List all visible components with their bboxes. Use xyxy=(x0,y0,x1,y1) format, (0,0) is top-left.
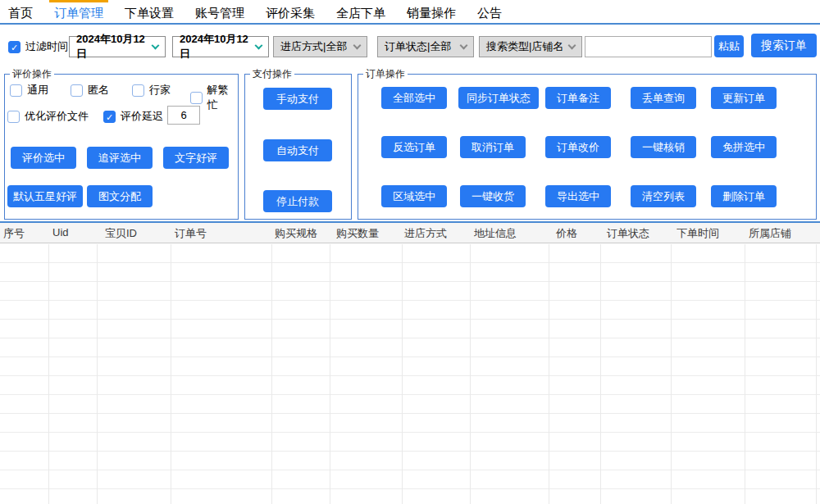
tab-review-collection[interactable]: 评价采集 xyxy=(261,0,320,23)
table-row[interactable] xyxy=(0,282,820,301)
followup-selected-button[interactable]: 追评选中 xyxy=(87,147,153,169)
search-type-value: 搜索类型|店铺名 xyxy=(486,39,563,54)
tab-announcement[interactable]: 公告 xyxy=(472,0,507,23)
one-key-verify-button[interactable]: 一键核销 xyxy=(631,136,696,158)
table-row[interactable] xyxy=(0,301,820,320)
text-review-button[interactable]: 文字好评 xyxy=(163,147,229,169)
date-to-picker[interactable]: 2024年10月12日 xyxy=(172,36,269,57)
image-text-assign-button[interactable]: 图文分配 xyxy=(87,185,153,207)
payment-operations-group: 支付操作 手动支付 自动支付 停止付款 xyxy=(244,74,352,220)
tab-whole-store-order[interactable]: 全店下单 xyxy=(331,0,390,23)
table-row[interactable] xyxy=(0,470,820,489)
table-row[interactable] xyxy=(0,244,820,263)
column-header[interactable]: 购买数量 xyxy=(336,226,379,241)
one-key-receive-button[interactable]: 一键收货 xyxy=(460,185,526,207)
table-row[interactable] xyxy=(0,263,820,282)
date-to-value: 2024年10月12日 xyxy=(180,32,256,61)
column-divider xyxy=(48,244,49,504)
invert-selection-button[interactable]: 反选订单 xyxy=(381,136,447,158)
column-header[interactable]: 价格 xyxy=(556,226,577,241)
search-input[interactable] xyxy=(585,36,712,57)
tab-order-management[interactable]: 订单管理 xyxy=(49,0,108,23)
tab-bar: 首页 订单管理 下单设置 账号管理 评价采集 全店下单 销量操作 公告 xyxy=(0,0,820,25)
order-status-dropdown[interactable]: 订单状态|全部 xyxy=(377,36,474,57)
default-five-star-button[interactable]: 默认五星好评 xyxy=(7,185,83,207)
checkbox-unchecked-icon xyxy=(132,84,144,97)
tab-account-management[interactable]: 账号管理 xyxy=(190,0,249,23)
table-row[interactable] xyxy=(0,395,820,414)
export-selected-button[interactable]: 导出选中 xyxy=(545,185,611,207)
table-row[interactable] xyxy=(0,320,820,338)
checkbox-unchecked-icon xyxy=(71,84,83,97)
column-header[interactable]: 订单号 xyxy=(175,226,207,241)
tab-sales-operation[interactable]: 销量操作 xyxy=(402,0,461,23)
column-header[interactable]: 宝贝ID xyxy=(105,226,137,241)
date-from-picker[interactable]: 2024年10月12日 xyxy=(69,36,166,57)
clear-list-button[interactable]: 清空列表 xyxy=(631,185,696,207)
table-row[interactable] xyxy=(0,489,820,504)
payment-operations-title: 支付操作 xyxy=(250,67,294,81)
order-operations-group: 订单操作 全部选中 同步订单状态 订单备注 丢单查询 更新订单 反选订单 取消订… xyxy=(358,74,817,220)
column-divider xyxy=(745,244,745,504)
checkbox-anonymous[interactable]: 匿名 xyxy=(71,83,109,98)
checkbox-generic[interactable]: 通用 xyxy=(10,83,48,98)
column-divider xyxy=(402,244,403,504)
change-price-button[interactable]: 订单改价 xyxy=(545,136,611,158)
tab-home[interactable]: 首页 xyxy=(3,0,38,23)
filter-time-checkbox[interactable]: ✓ 过滤时间 xyxy=(8,39,68,54)
search-order-button[interactable]: 搜索订单 xyxy=(751,34,817,57)
table-row[interactable] xyxy=(0,433,820,452)
checkbox-unchecked-icon xyxy=(10,84,22,97)
checkbox-review-delay-label: 评价延迟 xyxy=(121,109,163,124)
filter-time-label: 过滤时间 xyxy=(25,39,68,54)
table-row[interactable] xyxy=(0,452,820,470)
checkbox-anonymous-label: 匿名 xyxy=(88,83,109,98)
column-header[interactable]: 下单时间 xyxy=(676,226,719,241)
table-row[interactable] xyxy=(0,357,820,376)
review-selected-button[interactable]: 评价选中 xyxy=(11,147,76,169)
column-divider xyxy=(816,244,817,504)
sync-order-status-button[interactable]: 同步订单状态 xyxy=(458,87,539,109)
review-delay-input[interactable] xyxy=(167,106,200,125)
column-header[interactable]: 进店方式 xyxy=(404,226,447,241)
order-operations-title: 订单操作 xyxy=(363,67,408,81)
order-remark-button[interactable]: 订单备注 xyxy=(545,87,611,109)
delete-order-button[interactable]: 删除订单 xyxy=(711,185,777,207)
update-order-button[interactable]: 更新订单 xyxy=(711,87,777,109)
tab-order-settings[interactable]: 下单设置 xyxy=(120,0,179,23)
checkbox-optimize-review-file[interactable]: 优化评价文件 xyxy=(7,109,89,124)
chevron-down-icon xyxy=(568,41,576,49)
checkbox-unchecked-icon xyxy=(7,111,20,123)
no-group-selected-button[interactable]: 免拼选中 xyxy=(711,136,777,158)
checkbox-optimize-review-file-label: 优化评价文件 xyxy=(25,109,89,124)
column-header[interactable]: 购买规格 xyxy=(275,226,317,241)
chevron-down-icon xyxy=(353,41,362,49)
select-all-button[interactable]: 全部选中 xyxy=(381,87,447,109)
stop-pay-button[interactable]: 停止付款 xyxy=(263,190,332,212)
column-header[interactable]: 所属店铺 xyxy=(749,226,791,241)
table-row[interactable] xyxy=(0,338,820,357)
checkbox-relieve-busy-label: 解繁忙 xyxy=(207,83,239,112)
search-type-dropdown[interactable]: 搜索类型|店铺名 xyxy=(479,36,582,57)
cancel-order-button[interactable]: 取消订单 xyxy=(460,136,526,158)
checkbox-review-delay[interactable]: ✓ 评价延迟 xyxy=(103,109,163,124)
column-header[interactable]: 序号 xyxy=(3,226,25,241)
column-header[interactable]: 订单状态 xyxy=(607,226,649,241)
entry-method-dropdown[interactable]: 进店方式|全部 xyxy=(273,36,367,57)
column-header[interactable]: Uid xyxy=(52,226,69,238)
column-divider xyxy=(671,244,672,504)
area-select-button[interactable]: 区域选中 xyxy=(381,185,447,207)
lost-order-query-button[interactable]: 丢单查询 xyxy=(631,87,696,109)
column-divider xyxy=(330,244,330,504)
checkbox-expert[interactable]: 行家 xyxy=(132,83,171,98)
review-operations-title: 评价操作 xyxy=(10,67,54,81)
column-divider xyxy=(470,244,471,504)
column-header[interactable]: 地址信息 xyxy=(474,226,517,241)
paste-button[interactable]: 粘贴 xyxy=(714,35,744,57)
auto-pay-button[interactable]: 自动支付 xyxy=(263,139,332,161)
manual-pay-button[interactable]: 手动支付 xyxy=(263,88,332,110)
table-row[interactable] xyxy=(0,414,820,433)
table-row[interactable] xyxy=(0,376,820,395)
column-divider xyxy=(549,244,549,504)
checkbox-generic-label: 通用 xyxy=(27,83,48,98)
